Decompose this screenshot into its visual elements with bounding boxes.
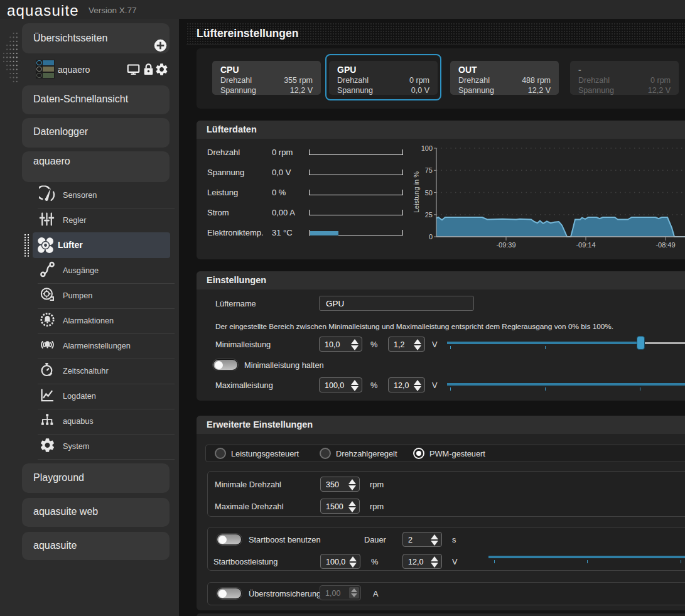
svg-text:0: 0	[429, 233, 433, 240]
svg-text:100: 100	[421, 144, 433, 152]
svg-text:Leistung in %: Leistung in %	[413, 171, 420, 213]
svg-text:-09:39: -09:39	[496, 241, 515, 249]
svg-text:-08:49: -08:49	[655, 241, 675, 249]
svg-text:-09:14: -09:14	[576, 241, 595, 249]
svg-text:75: 75	[425, 166, 433, 174]
svg-text:50: 50	[425, 189, 433, 197]
svg-text:25: 25	[425, 211, 433, 219]
